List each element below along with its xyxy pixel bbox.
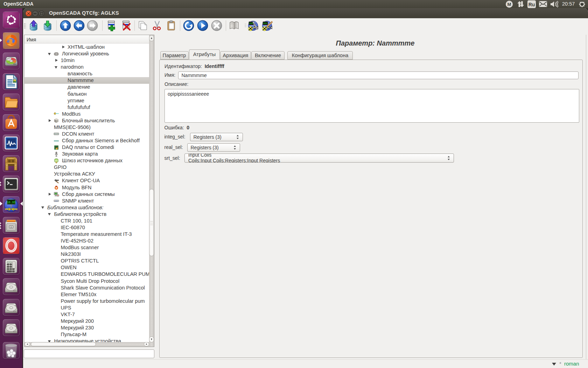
svg-text:SNMP: SNMP [54, 200, 58, 202]
svg-text:10.95: 10.95 [7, 201, 16, 204]
svg-text:Ru: Ru [528, 2, 535, 7]
svg-text:M: M [507, 2, 511, 7]
svg-text:DCON: DCON [54, 133, 58, 135]
